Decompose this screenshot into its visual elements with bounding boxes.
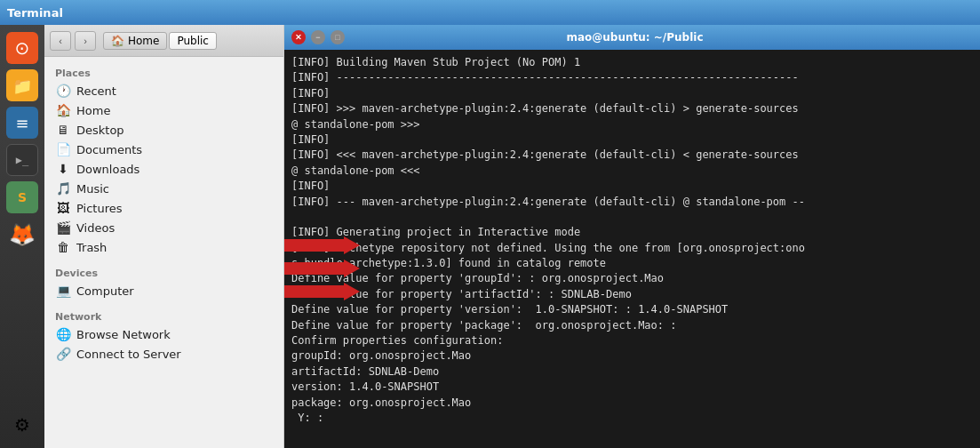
sublime-symbol: S [18, 190, 27, 204]
trash-label: Trash [76, 241, 107, 254]
sidebar-item-music[interactable]: 🎵 Music [44, 179, 283, 198]
terminal-dock-icon[interactable]: ▶_ [6, 144, 38, 176]
terminal-body[interactable]: [INFO] Building Maven Stub Project (No P… [284, 50, 980, 448]
dock: ⊙ 📁 ≡ ▶_ S 🦊 ⚙ [0, 25, 44, 448]
home-icon2: 🏠 [55, 103, 71, 117]
recent-label: Recent [76, 84, 116, 98]
sidebar-item-trash[interactable]: 🗑 Trash [44, 237, 283, 257]
file-manager: ‹ › 🏠 Home Public Places 🕐 Recent 🏠 [44, 25, 284, 448]
sidebar-item-computer[interactable]: 💻 Computer [44, 281, 283, 300]
title-bar: Terminal [0, 0, 980, 25]
computer-label: Computer [76, 284, 134, 298]
videos-icon: 🎬 [55, 220, 71, 235]
firefox-dock-icon[interactable]: 🦊 [6, 219, 38, 251]
terminal-title: mao@ubuntu: ~/Public [350, 31, 920, 44]
terminal-panel: ✕ − □ mao@ubuntu: ~/Public [INFO] Buildi… [284, 25, 980, 448]
trash-icon: 🗑 [55, 240, 71, 254]
sidebar-item-documents[interactable]: 📄 Documents [44, 140, 283, 159]
files-dock-icon[interactable]: 📁 [6, 69, 38, 101]
home-icon: 🏠 [111, 35, 124, 47]
public-label: Public [177, 35, 209, 47]
music-icon: 🎵 [55, 181, 71, 196]
settings-dock-icon[interactable]: ⚙ [6, 409, 38, 441]
editor-dock-icon[interactable]: ≡ [6, 107, 38, 139]
sidebar-item-connect-server[interactable]: 🔗 Connect to Server [44, 344, 283, 364]
sidebar-item-desktop[interactable]: 🖥 Desktop [44, 120, 283, 140]
devices-section-label: Devices [44, 264, 283, 281]
home-label2: Home [76, 104, 110, 117]
fm-sidebar: Places 🕐 Recent 🏠 Home 🖥 Desktop 📄 Docum… [44, 57, 283, 448]
terminal-title-bar: ✕ − □ mao@ubuntu: ~/Public [284, 25, 980, 50]
places-section-label: Places [44, 64, 283, 81]
terminal-symbol: ▶_ [16, 154, 28, 166]
desktop-icon: 🖥 [55, 123, 71, 137]
connect-server-icon: 🔗 [55, 347, 71, 361]
pictures-icon: 🖼 [55, 201, 71, 215]
home-label: Home [128, 35, 159, 47]
documents-icon: 📄 [55, 142, 71, 156]
sidebar-item-recent[interactable]: 🕐 Recent [44, 81, 283, 100]
back-button[interactable]: ‹ [50, 31, 71, 51]
public-path-button[interactable]: Public [169, 32, 217, 50]
title-bar-text: Terminal [7, 6, 63, 20]
browse-network-label: Browse Network [76, 328, 171, 341]
recent-icon: 🕐 [55, 84, 71, 98]
terminal-output: [INFO] Building Maven Stub Project (No P… [291, 55, 973, 426]
fm-toolbar: ‹ › 🏠 Home Public [44, 25, 283, 57]
editor-symbol: ≡ [15, 114, 28, 132]
sidebar-item-downloads[interactable]: ⬇ [INFO] Building Maven Stub Project (No… [44, 159, 283, 179]
music-label: Music [76, 182, 109, 196]
settings-symbol: ⚙ [14, 414, 30, 436]
browse-network-icon: 🌐 [55, 327, 71, 341]
documents-label: Documents [76, 143, 142, 156]
home-path-button[interactable]: 🏠 Home [103, 32, 167, 50]
downloads-label-text: Downloads [76, 163, 139, 176]
terminal-max-button[interactable]: □ [331, 30, 345, 44]
connect-server-label: Connect to Server [76, 348, 181, 361]
terminal-close-button[interactable]: ✕ [291, 30, 306, 44]
desktop-label: Desktop [76, 124, 124, 137]
forward-button[interactable]: › [75, 31, 96, 51]
sidebar-item-pictures[interactable]: 🖼 Pictures [44, 198, 283, 218]
terminal-min-button[interactable]: − [311, 30, 325, 44]
sidebar-item-videos[interactable]: 🎬 Videos [44, 218, 283, 237]
sublime-dock-icon[interactable]: S [6, 181, 38, 213]
sidebar-item-home[interactable]: 🏠 Home [44, 100, 283, 120]
videos-label: Videos [76, 221, 115, 235]
ubuntu-dock-icon[interactable]: ⊙ [6, 32, 38, 64]
network-section-label: Network [44, 308, 283, 324]
computer-icon: 💻 [55, 284, 71, 298]
files-symbol: 📁 [12, 76, 32, 95]
pictures-label: Pictures [76, 202, 122, 215]
downloads-icon: ⬇ [55, 162, 71, 176]
firefox-symbol: 🦊 [9, 222, 36, 247]
ubuntu-symbol: ⊙ [15, 37, 30, 59]
sidebar-item-browse-network[interactable]: 🌐 Browse Network [44, 324, 283, 344]
